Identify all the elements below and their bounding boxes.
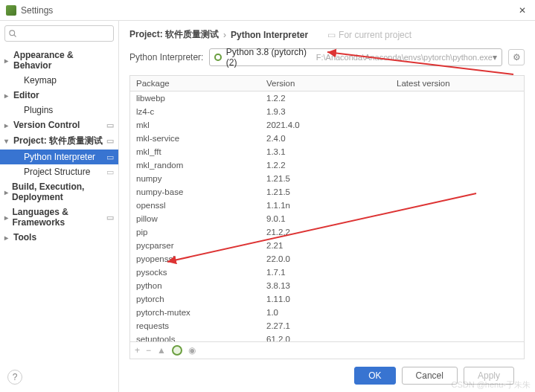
- tag-icon: ▭: [106, 167, 114, 177]
- svg-point-0: [10, 30, 15, 36]
- sidebar-item-5[interactable]: Project: 软件质量测试▭: [0, 132, 118, 150]
- settings-window: Settings ✕ Appearance & BehaviorKeymapEd…: [0, 0, 535, 392]
- sidebar-item-10[interactable]: Tools: [0, 230, 118, 245]
- cell-version: 3.8.13: [260, 280, 391, 291]
- cell-latest: [391, 147, 524, 157]
- table-row[interactable]: mkl_random1.2.2: [130, 158, 524, 172]
- table-row[interactable]: pytorch1.11.0: [130, 292, 524, 306]
- cell-package: pycparser: [130, 240, 260, 251]
- cell-package: python: [130, 280, 260, 291]
- cell-version: 1.3.1: [260, 147, 391, 157]
- interpreter-name: Python 3.8 (pytorch) (2): [226, 47, 312, 68]
- cell-package: mkl_fft: [130, 147, 260, 157]
- tag-icon: ▭: [106, 121, 114, 130]
- cell-version: 1.21.5: [260, 187, 391, 197]
- table-row[interactable]: requests2.27.1: [130, 319, 524, 332]
- sidebar-item-3[interactable]: Plugins: [0, 103, 118, 118]
- table-row[interactable]: mkl_fft1.3.1: [130, 145, 524, 158]
- table-row[interactable]: numpy1.21.5: [130, 172, 524, 185]
- cell-package: numpy: [130, 173, 260, 184]
- cell-package: mkl-service: [130, 133, 260, 144]
- breadcrumb-hint: ▭For current project: [327, 30, 411, 40]
- watermark: CSDN @henu-于朱朱: [451, 379, 531, 391]
- table-row[interactable]: libwebp1.2.2: [130, 91, 524, 105]
- header-package[interactable]: Package: [130, 76, 260, 91]
- cell-version: 2021.4.0: [260, 120, 391, 130]
- arrow-icon: [4, 57, 12, 65]
- sidebar-item-0[interactable]: Appearance & Behavior: [0, 48, 118, 73]
- sidebar-item-label: Python Interpreter: [24, 152, 95, 162]
- table-row[interactable]: pycparser2.21: [130, 239, 524, 252]
- table-row[interactable]: lz4-c1.9.3: [130, 105, 524, 118]
- cell-package: pillow: [130, 213, 260, 224]
- table-row[interactable]: openssl1.1.1n: [130, 199, 524, 212]
- cell-latest: [391, 227, 524, 237]
- arrow-icon: [4, 213, 10, 222]
- conda-toggle-icon[interactable]: [172, 345, 182, 356]
- header-version[interactable]: Version: [260, 76, 391, 91]
- cell-package: numpy-base: [130, 187, 260, 197]
- cell-package: pysocks: [130, 267, 260, 277]
- search-input[interactable]: [4, 25, 114, 42]
- help-icon[interactable]: ?: [7, 370, 22, 385]
- tag-icon: ▭: [106, 213, 114, 222]
- cell-version: 1.2.2: [260, 160, 391, 170]
- ok-button[interactable]: OK: [354, 367, 395, 385]
- arrow-icon: [4, 234, 12, 242]
- breadcrumb-project: 软件质量测试: [165, 29, 219, 39]
- up-icon[interactable]: ▲: [157, 345, 166, 356]
- add-icon[interactable]: +: [135, 345, 140, 356]
- eye-icon[interactable]: ◉: [188, 345, 196, 356]
- sidebar-item-1[interactable]: Keymap: [0, 73, 118, 88]
- cell-latest: [391, 93, 524, 103]
- gear-icon[interactable]: ⚙: [508, 49, 525, 65]
- table-row[interactable]: pip21.2.2: [130, 225, 524, 239]
- table-row[interactable]: pytorch-mutex1.0: [130, 306, 524, 319]
- sidebar-item-6[interactable]: Python Interpreter▭: [0, 150, 118, 164]
- sidebar-item-8[interactable]: Build, Execution, Deployment: [0, 179, 118, 205]
- cell-latest: [391, 307, 524, 318]
- table-row[interactable]: numpy-base1.21.5: [130, 185, 524, 199]
- table-row[interactable]: pillow9.0.1: [130, 212, 524, 225]
- cell-package: libwebp: [130, 93, 260, 103]
- package-toolbar: + − ▲ ◉: [130, 341, 524, 359]
- remove-icon[interactable]: −: [146, 345, 151, 356]
- sidebar-item-7[interactable]: Project Structure▭: [0, 164, 118, 179]
- cell-package: pip: [130, 227, 260, 237]
- interpreter-path: F:\Anaconda\Anaconda\envs\pytorch\python…: [316, 53, 493, 62]
- table-row[interactable]: pyopenssl22.0.0: [130, 252, 524, 266]
- sidebar-item-2[interactable]: Editor: [0, 88, 118, 103]
- table-body: libwebp1.2.2lz4-c1.9.3mkl2021.4.0mkl-ser…: [130, 91, 524, 341]
- sidebar-item-9[interactable]: Languages & Frameworks▭: [0, 205, 118, 230]
- table-row[interactable]: pysocks1.7.1: [130, 266, 524, 279]
- cancel-button[interactable]: Cancel: [402, 367, 458, 385]
- cell-latest: [391, 173, 524, 184]
- cell-version: 1.11.0: [260, 294, 391, 304]
- sidebar-item-label: Appearance & Behavior: [13, 50, 114, 71]
- cell-version: 2.27.1: [260, 321, 391, 331]
- cell-version: 61.2.0: [260, 334, 391, 341]
- table-row[interactable]: mkl-service2.4.0: [130, 132, 524, 145]
- cell-latest: [391, 160, 524, 170]
- cell-latest: [391, 240, 524, 251]
- settings-tree: Appearance & BehaviorKeymapEditorPlugins…: [0, 46, 118, 392]
- header-latest[interactable]: Latest version: [391, 76, 524, 91]
- sidebar-item-4[interactable]: Version Control▭: [0, 118, 118, 132]
- cell-latest: [391, 106, 524, 117]
- cell-latest: [391, 321, 524, 331]
- close-icon[interactable]: ✕: [516, 5, 529, 16]
- cell-version: 22.0.0: [260, 254, 391, 264]
- sidebar-item-label: Languages & Frameworks: [12, 207, 106, 228]
- interpreter-select[interactable]: Python 3.8 (pytorch) (2) F:\Anaconda\Ana…: [209, 48, 502, 66]
- sidebar-item-label: Build, Execution, Deployment: [12, 181, 114, 202]
- sidebar-item-label: Editor: [13, 90, 39, 100]
- chevron-right-icon: ›: [223, 30, 226, 40]
- table-row[interactable]: mkl2021.4.0: [130, 118, 524, 132]
- package-table: Package Version Latest version libwebp1.…: [129, 75, 525, 359]
- table-row[interactable]: setuptools61.2.0: [130, 332, 524, 341]
- table-row[interactable]: python3.8.13: [130, 279, 524, 292]
- cell-package: requests: [130, 321, 260, 331]
- cell-package: mkl: [130, 120, 260, 130]
- breadcrumb-current: Python Interpreter: [231, 30, 308, 40]
- cell-package: mkl_random: [130, 160, 260, 170]
